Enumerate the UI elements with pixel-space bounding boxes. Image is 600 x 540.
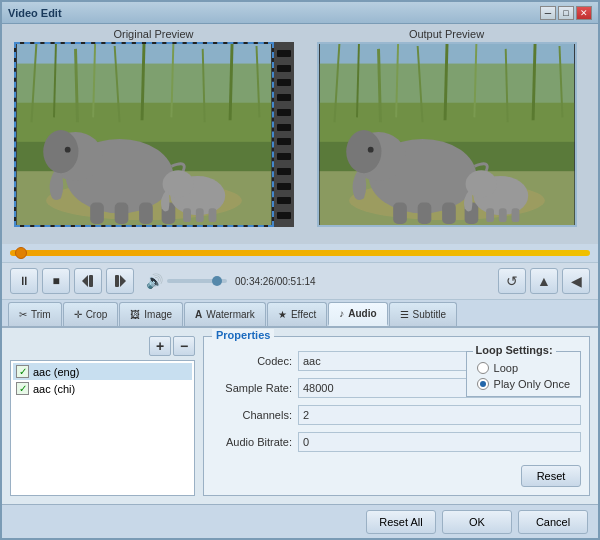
up-button[interactable]: ▲ <box>530 268 558 294</box>
tab-crop-label: Crop <box>86 309 108 320</box>
crop-icon: ✛ <box>74 309 82 320</box>
audio-track-item-eng[interactable]: ✓ aac (eng) <box>13 363 192 380</box>
audio-icon: ♪ <box>339 308 344 319</box>
loop-radio-row[interactable]: Loop <box>477 362 570 374</box>
output-preview-label: Output Preview <box>409 28 484 40</box>
undo-button[interactable]: ↺ <box>498 268 526 294</box>
audio-list-section: + − ✓ aac (eng) ✓ aac (chi) <box>10 336 195 496</box>
svg-rect-18 <box>90 202 104 224</box>
close-button[interactable]: ✕ <box>576 6 592 20</box>
tab-effect-label: Effect <box>291 309 316 320</box>
pause-button[interactable]: ⏸ <box>10 268 38 294</box>
tab-subtitle-label: Subtitle <box>413 309 446 320</box>
back-button[interactable]: ◀ <box>562 268 590 294</box>
list-toolbar: + − <box>10 336 195 356</box>
output-preview-section: Output Preview <box>303 28 590 240</box>
reset-button[interactable]: Reset <box>521 465 581 487</box>
svg-rect-47 <box>417 202 431 224</box>
bottom-panel: + − ✓ aac (eng) ✓ aac (chi) Properties C… <box>2 328 598 504</box>
svg-line-33 <box>378 49 380 122</box>
svg-rect-48 <box>442 202 456 224</box>
bitrate-row: Audio Bitrate: 0 <box>212 432 581 452</box>
timeline-area[interactable] <box>2 244 598 262</box>
volume-thumb <box>212 276 222 286</box>
scissors-icon: ✂ <box>19 309 27 320</box>
play-once-radio-label: Play Only Once <box>494 378 570 390</box>
tab-effect[interactable]: ★ Effect <box>267 302 327 326</box>
play-once-radio-row[interactable]: Play Only Once <box>477 378 570 390</box>
audio-track-label-chi: aac (chi) <box>33 383 75 395</box>
tab-crop[interactable]: ✛ Crop <box>63 302 119 326</box>
original-preview-section: Original Preview <box>10 28 297 240</box>
footer-bar: Reset All OK Cancel <box>2 504 598 538</box>
volume-slider[interactable] <box>167 279 227 283</box>
stop-button[interactable]: ■ <box>42 268 70 294</box>
audio-track-list: ✓ aac (eng) ✓ aac (chi) <box>10 360 195 496</box>
tab-watermark-label: Watermark <box>206 309 255 320</box>
next-frame-button[interactable] <box>106 268 134 294</box>
loop-radio-button[interactable] <box>477 362 489 374</box>
maximize-button[interactable]: □ <box>558 6 574 20</box>
controls-bar: ⏸ ■ 🔊 00:34:26/00:51:14 ↺ ▲ ◀ <box>2 262 598 300</box>
tab-trim-label: Trim <box>31 309 51 320</box>
svg-point-17 <box>43 130 78 173</box>
window-controls: ─ □ ✕ <box>540 6 592 20</box>
svg-rect-20 <box>139 202 153 224</box>
volume-area: 🔊 <box>146 273 227 289</box>
output-preview-frame <box>317 42 577 227</box>
svg-rect-27 <box>208 208 216 222</box>
tab-trim[interactable]: ✂ Trim <box>8 302 62 326</box>
sample-rate-label: Sample Rate: <box>212 382 292 394</box>
bitrate-value: 0 <box>298 432 581 452</box>
svg-rect-53 <box>486 208 494 222</box>
tab-image-label: Image <box>144 309 172 320</box>
channels-value: 2 <box>298 405 581 425</box>
svg-line-11 <box>230 44 232 120</box>
tab-audio[interactable]: ♪ Audio <box>328 302 387 326</box>
svg-marker-58 <box>120 275 126 287</box>
loop-settings-section: Loop Settings: Loop Play Only Once <box>466 351 581 397</box>
svg-line-39 <box>533 44 535 120</box>
svg-line-5 <box>75 49 77 122</box>
add-audio-button[interactable]: + <box>149 336 171 356</box>
volume-icon: 🔊 <box>146 273 163 289</box>
svg-rect-26 <box>195 208 203 222</box>
loop-settings-title: Loop Settings: <box>473 344 556 356</box>
svg-point-45 <box>346 130 381 173</box>
svg-rect-54 <box>498 208 506 222</box>
svg-rect-19 <box>114 202 128 224</box>
play-once-radio-button[interactable] <box>477 378 489 390</box>
svg-rect-55 <box>511 208 519 222</box>
svg-rect-46 <box>393 202 407 224</box>
properties-section: Properties Codec: aac Sample Rate: 48000… <box>203 336 590 496</box>
codec-label: Codec: <box>212 355 292 367</box>
svg-point-50 <box>367 147 373 153</box>
ok-button[interactable]: OK <box>442 510 512 534</box>
time-display: 00:34:26/00:51:14 <box>235 276 316 287</box>
svg-line-36 <box>445 44 447 120</box>
tabs-bar: ✂ Trim ✛ Crop 🖼 Image A Watermark ★ Effe… <box>2 300 598 328</box>
svg-rect-57 <box>89 275 93 287</box>
image-icon: 🖼 <box>130 309 140 320</box>
audio-track-item-chi[interactable]: ✓ aac (chi) <box>13 380 192 397</box>
audio-track-label-eng: aac (eng) <box>33 366 79 378</box>
timeline-track[interactable] <box>10 250 590 256</box>
prev-frame-button[interactable] <box>74 268 102 294</box>
svg-rect-25 <box>183 208 191 222</box>
audio-track-checkbox-eng[interactable]: ✓ <box>16 365 29 378</box>
loop-radio-label: Loop <box>494 362 518 374</box>
reset-all-button[interactable]: Reset All <box>366 510 436 534</box>
svg-point-22 <box>64 147 70 153</box>
tab-image[interactable]: 🖼 Image <box>119 302 183 326</box>
audio-track-checkbox-chi[interactable]: ✓ <box>16 382 29 395</box>
minimize-button[interactable]: ─ <box>540 6 556 20</box>
tab-watermark[interactable]: A Watermark <box>184 302 266 326</box>
cancel-button[interactable]: Cancel <box>518 510 588 534</box>
timeline-thumb[interactable] <box>15 247 27 259</box>
film-strip <box>274 42 294 227</box>
effect-icon: ★ <box>278 309 287 320</box>
tab-subtitle[interactable]: ☰ Subtitle <box>389 302 457 326</box>
channels-row: Channels: 2 <box>212 405 581 425</box>
remove-audio-button[interactable]: − <box>173 336 195 356</box>
original-preview-frame <box>14 42 274 227</box>
